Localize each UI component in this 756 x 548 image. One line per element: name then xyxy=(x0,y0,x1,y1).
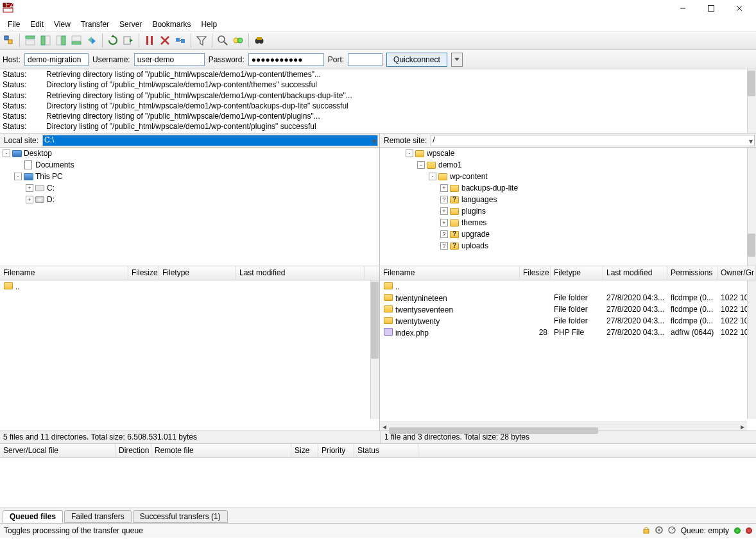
column-header[interactable]: Filesize xyxy=(128,266,159,280)
queue-tab[interactable]: Successful transfers (1) xyxy=(133,510,228,523)
column-header[interactable]: Last modified xyxy=(236,266,365,280)
local-list-scrollbar[interactable] xyxy=(370,280,379,419)
list-item[interactable]: .. xyxy=(0,280,379,292)
tree-item[interactable]: +plugins xyxy=(380,205,756,217)
reconnect-button[interactable] xyxy=(173,33,188,48)
log-line: Status:Directory listing of "/public_htm… xyxy=(0,121,756,132)
queue-tab[interactable]: Failed transfers xyxy=(64,510,132,523)
gear-icon[interactable] xyxy=(655,526,663,536)
column-header[interactable]: Direction xyxy=(116,444,151,458)
column-header[interactable]: Filetype xyxy=(159,266,236,280)
password-label: Password: xyxy=(209,55,245,64)
local-tree[interactable]: -DesktopDocuments-This PC+C:+D: xyxy=(0,148,379,266)
remote-tree-scrollbar[interactable] xyxy=(747,148,756,266)
compare-button[interactable] xyxy=(230,33,246,48)
toggle-log-button[interactable] xyxy=(22,33,38,48)
tree-item[interactable]: -wpscale xyxy=(380,148,756,159)
toggle-remote-tree-button[interactable] xyxy=(53,33,69,48)
toggle-queue-button[interactable] xyxy=(69,33,84,48)
remote-list-scrollbar[interactable] xyxy=(747,280,756,419)
list-item[interactable]: index.php28PHP File27/8/2020 04:3...adfr… xyxy=(380,327,756,338)
queue-header[interactable]: Server/Local fileDirectionRemote fileSiz… xyxy=(0,444,756,458)
tree-item[interactable]: +D: xyxy=(0,194,379,205)
tree-item[interactable]: Documents xyxy=(0,159,379,171)
local-list[interactable]: .. xyxy=(0,280,379,431)
svg-line-26 xyxy=(224,42,227,45)
tree-item[interactable]: ?upgrade xyxy=(380,228,756,240)
column-header[interactable]: Filesize xyxy=(520,266,551,280)
tree-item[interactable]: -Desktop xyxy=(0,148,379,159)
menu-file[interactable]: File xyxy=(3,19,25,30)
svg-line-24 xyxy=(180,40,181,41)
refresh-button[interactable] xyxy=(105,33,121,48)
menu-transfer[interactable]: Transfer xyxy=(76,19,114,30)
quickconnect-history-dropdown[interactable] xyxy=(451,53,463,67)
svg-rect-23 xyxy=(181,39,185,43)
column-header[interactable]: Server/Local file xyxy=(0,444,116,458)
log-line: Status:Directory listing of "/public_htm… xyxy=(0,101,756,111)
menu-server[interactable]: Server xyxy=(114,19,147,30)
column-header[interactable]: Remote file xyxy=(151,444,291,458)
svg-rect-14 xyxy=(62,36,65,45)
username-input[interactable] xyxy=(134,53,205,66)
tree-item[interactable]: -This PC xyxy=(0,171,379,182)
column-header[interactable]: Owner/Gr xyxy=(717,266,756,280)
column-header[interactable]: Priority xyxy=(318,444,354,458)
close-button[interactable] xyxy=(725,1,753,15)
svg-rect-12 xyxy=(46,36,50,45)
maximize-button[interactable] xyxy=(697,1,725,15)
tree-item[interactable]: +backups-dup-lite xyxy=(380,182,756,194)
minimize-button[interactable] xyxy=(669,1,697,15)
disconnect-button[interactable] xyxy=(157,33,173,48)
remote-list-hscrollbar[interactable]: ◂▸ xyxy=(380,422,747,431)
toggle-local-tree-button[interactable] xyxy=(38,33,53,48)
binoculars-button[interactable] xyxy=(252,33,267,48)
list-item[interactable]: .. xyxy=(380,280,756,292)
tree-item[interactable]: ?languages xyxy=(380,194,756,205)
tree-item[interactable]: -wp-content xyxy=(380,171,756,182)
queue-tab[interactable]: Queued files xyxy=(3,510,63,523)
remote-tree[interactable]: -wpscale-demo1-wp-content+backups-dup-li… xyxy=(380,148,756,266)
tree-item[interactable]: +themes xyxy=(380,217,756,228)
list-item[interactable]: twentytwentyFile folder27/8/2020 04:3...… xyxy=(380,315,756,327)
menu-help[interactable]: Help xyxy=(196,19,222,30)
port-input[interactable] xyxy=(348,53,382,66)
tree-item[interactable]: +C: xyxy=(0,182,379,194)
filter-button[interactable] xyxy=(194,33,209,48)
remote-pane: Remote site: /▾ -wpscale-demo1-wp-conten… xyxy=(380,133,756,431)
remote-list-header[interactable]: FilenameFilesizeFiletypeLast modifiedPer… xyxy=(380,266,756,280)
list-item[interactable]: twentynineteenFile folder27/8/2020 04:3.… xyxy=(380,292,756,304)
svg-rect-16 xyxy=(72,42,81,44)
column-header[interactable]: Size xyxy=(291,444,318,458)
sync-browse-button[interactable] xyxy=(84,33,99,48)
host-input[interactable] xyxy=(24,53,89,66)
column-header[interactable]: Status xyxy=(354,444,418,458)
column-header[interactable]: Filetype xyxy=(551,266,603,280)
log-scrollbar[interactable] xyxy=(747,69,756,133)
remote-list[interactable]: ..twentynineteenFile folder27/8/2020 04:… xyxy=(380,280,756,431)
tree-item[interactable]: ?uploads xyxy=(380,240,756,252)
svg-point-34 xyxy=(658,529,660,531)
toolbar xyxy=(0,31,756,50)
cancel-button[interactable] xyxy=(142,33,157,48)
password-input[interactable] xyxy=(248,53,324,66)
statusbar: Toggles processing of the transfer queue… xyxy=(0,524,756,538)
column-header[interactable]: Filename xyxy=(380,266,520,280)
local-list-header[interactable]: FilenameFilesizeFiletypeLast modified xyxy=(0,266,379,280)
tree-item[interactable]: -demo1 xyxy=(380,159,756,171)
column-header[interactable]: Last modified xyxy=(603,266,667,280)
remote-path-combo[interactable]: /▾ xyxy=(431,135,755,146)
local-path-combo[interactable]: C:\▾ xyxy=(42,135,378,146)
process-queue-button[interactable] xyxy=(121,33,136,48)
menu-edit[interactable]: Edit xyxy=(25,19,49,30)
column-header[interactable]: Filename xyxy=(0,266,128,280)
sitemanager-button[interactable] xyxy=(1,33,17,48)
local-pane: Local site: C:\▾ -DesktopDocuments-This … xyxy=(0,133,380,431)
search-button[interactable] xyxy=(215,33,230,48)
column-header[interactable]: Permissions xyxy=(667,266,717,280)
speedlimit-icon[interactable] xyxy=(668,526,676,536)
list-item[interactable]: twentyseventeenFile folder27/8/2020 04:3… xyxy=(380,304,756,315)
menu-view[interactable]: View xyxy=(49,19,76,30)
quickconnect-button[interactable]: Quickconnect xyxy=(386,53,447,67)
menu-bookmarks[interactable]: Bookmarks xyxy=(147,19,196,30)
